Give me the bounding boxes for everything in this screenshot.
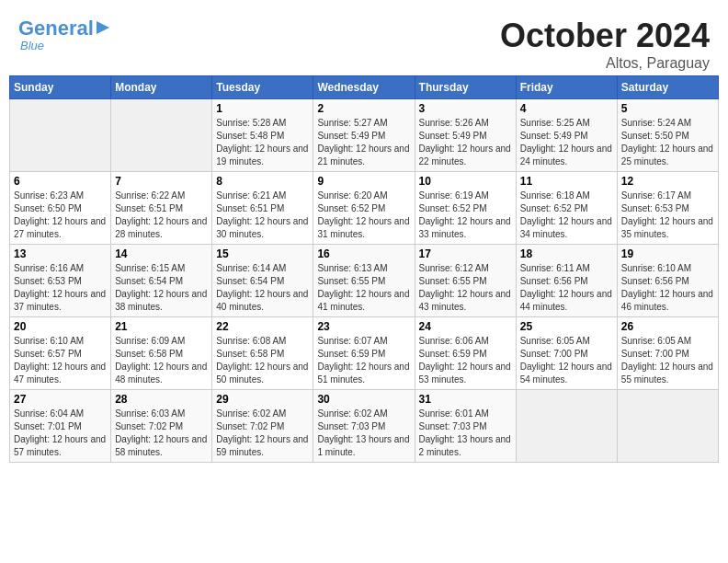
- day-number: 12: [621, 175, 714, 188]
- calendar-day-cell: 21Sunrise: 6:09 AM Sunset: 6:58 PM Dayli…: [111, 317, 212, 390]
- day-info: Sunrise: 6:23 AM Sunset: 6:50 PM Dayligh…: [14, 190, 107, 241]
- day-info: Sunrise: 6:08 AM Sunset: 6:58 PM Dayligh…: [216, 335, 309, 386]
- day-info: Sunrise: 6:05 AM Sunset: 7:00 PM Dayligh…: [621, 335, 714, 386]
- calendar-day-cell: [10, 99, 111, 172]
- calendar-day-cell: 19Sunrise: 6:10 AM Sunset: 6:56 PM Dayli…: [617, 245, 718, 317]
- calendar-week-4: 20Sunrise: 6:10 AM Sunset: 6:57 PM Dayli…: [10, 317, 719, 390]
- title-block: October 2024 Altos, Paraguay: [500, 17, 710, 72]
- day-info: Sunrise: 6:22 AM Sunset: 6:51 PM Dayligh…: [115, 190, 208, 241]
- day-number: 20: [14, 320, 107, 333]
- day-number: 23: [317, 320, 410, 333]
- day-number: 18: [520, 247, 613, 260]
- logo: General▶ Blue: [18, 17, 111, 52]
- calendar-day-cell: 8Sunrise: 6:21 AM Sunset: 6:51 PM Daylig…: [212, 172, 313, 245]
- weekday-header-tuesday: Tuesday: [212, 76, 313, 99]
- day-info: Sunrise: 6:03 AM Sunset: 7:02 PM Dayligh…: [115, 408, 208, 459]
- calendar-day-cell: 18Sunrise: 6:11 AM Sunset: 6:56 PM Dayli…: [516, 245, 617, 317]
- calendar-day-cell: 5Sunrise: 5:24 AM Sunset: 5:50 PM Daylig…: [617, 99, 718, 172]
- calendar-day-cell: 26Sunrise: 6:05 AM Sunset: 7:00 PM Dayli…: [617, 317, 718, 390]
- day-info: Sunrise: 5:25 AM Sunset: 5:49 PM Dayligh…: [520, 117, 613, 168]
- calendar-day-cell: 23Sunrise: 6:07 AM Sunset: 6:59 PM Dayli…: [313, 317, 415, 390]
- day-number: 22: [216, 320, 309, 333]
- calendar-day-cell: 14Sunrise: 6:15 AM Sunset: 6:54 PM Dayli…: [111, 245, 212, 317]
- logo-arrow-icon: [95, 19, 111, 36]
- day-number: 27: [14, 393, 107, 406]
- day-info: Sunrise: 6:12 AM Sunset: 6:55 PM Dayligh…: [419, 262, 512, 314]
- day-number: 8: [216, 175, 309, 188]
- calendar-day-cell: 3Sunrise: 5:26 AM Sunset: 5:49 PM Daylig…: [415, 99, 516, 172]
- day-number: 14: [115, 247, 208, 260]
- calendar-day-cell: 24Sunrise: 6:06 AM Sunset: 6:59 PM Dayli…: [415, 317, 516, 390]
- day-number: 13: [14, 247, 107, 260]
- calendar-day-cell: 31Sunrise: 6:01 AM Sunset: 7:03 PM Dayli…: [415, 390, 516, 463]
- day-info: Sunrise: 6:17 AM Sunset: 6:53 PM Dayligh…: [621, 190, 714, 241]
- calendar-day-cell: 2Sunrise: 5:27 AM Sunset: 5:49 PM Daylig…: [313, 99, 415, 172]
- day-info: Sunrise: 6:11 AM Sunset: 6:56 PM Dayligh…: [520, 262, 613, 314]
- calendar-day-cell: 29Sunrise: 6:02 AM Sunset: 7:02 PM Dayli…: [212, 390, 313, 463]
- weekday-header-row: SundayMondayTuesdayWednesdayThursdayFrid…: [10, 76, 719, 99]
- calendar-day-cell: [111, 99, 212, 172]
- day-info: Sunrise: 6:07 AM Sunset: 6:59 PM Dayligh…: [317, 335, 410, 386]
- calendar-day-cell: 28Sunrise: 6:03 AM Sunset: 7:02 PM Dayli…: [111, 390, 212, 463]
- calendar-week-3: 13Sunrise: 6:16 AM Sunset: 6:53 PM Dayli…: [10, 245, 719, 317]
- day-number: 6: [14, 175, 107, 188]
- location: Altos, Paraguay: [500, 55, 710, 72]
- day-number: 21: [115, 320, 208, 333]
- calendar-week-1: 1Sunrise: 5:28 AM Sunset: 5:48 PM Daylig…: [10, 99, 719, 172]
- day-number: 19: [621, 247, 714, 260]
- day-info: Sunrise: 6:15 AM Sunset: 6:54 PM Dayligh…: [115, 262, 208, 314]
- calendar-day-cell: 10Sunrise: 6:19 AM Sunset: 6:52 PM Dayli…: [415, 172, 516, 245]
- day-info: Sunrise: 6:16 AM Sunset: 6:53 PM Dayligh…: [14, 262, 107, 314]
- day-number: 31: [419, 393, 512, 406]
- day-info: Sunrise: 6:06 AM Sunset: 6:59 PM Dayligh…: [419, 335, 512, 386]
- day-number: 10: [419, 175, 512, 188]
- day-number: 16: [317, 247, 410, 260]
- calendar-day-cell: 15Sunrise: 6:14 AM Sunset: 6:54 PM Dayli…: [212, 245, 313, 317]
- day-number: 1: [216, 102, 309, 115]
- calendar-day-cell: [516, 390, 617, 463]
- logo-text: General▶: [18, 17, 94, 40]
- calendar-day-cell: 11Sunrise: 6:18 AM Sunset: 6:52 PM Dayli…: [516, 172, 617, 245]
- day-number: 25: [520, 320, 613, 333]
- month-title: October 2024: [500, 17, 710, 55]
- day-number: 17: [419, 247, 512, 260]
- weekday-header-thursday: Thursday: [415, 76, 516, 99]
- weekday-header-saturday: Saturday: [617, 76, 718, 99]
- day-number: 24: [419, 320, 512, 333]
- weekday-header-friday: Friday: [516, 76, 617, 99]
- day-number: 4: [520, 102, 613, 115]
- calendar-day-cell: 12Sunrise: 6:17 AM Sunset: 6:53 PM Dayli…: [617, 172, 718, 245]
- weekday-header-monday: Monday: [111, 76, 212, 99]
- day-info: Sunrise: 6:02 AM Sunset: 7:02 PM Dayligh…: [216, 408, 309, 459]
- day-info: Sunrise: 6:10 AM Sunset: 6:56 PM Dayligh…: [621, 262, 714, 314]
- calendar-day-cell: 30Sunrise: 6:02 AM Sunset: 7:03 PM Dayli…: [313, 390, 415, 463]
- calendar-day-cell: 6Sunrise: 6:23 AM Sunset: 6:50 PM Daylig…: [10, 172, 111, 245]
- day-info: Sunrise: 6:09 AM Sunset: 6:58 PM Dayligh…: [115, 335, 208, 386]
- day-number: 5: [621, 102, 714, 115]
- day-info: Sunrise: 5:26 AM Sunset: 5:49 PM Dayligh…: [419, 117, 512, 168]
- calendar-day-cell: 22Sunrise: 6:08 AM Sunset: 6:58 PM Dayli…: [212, 317, 313, 390]
- day-number: 11: [520, 175, 613, 188]
- calendar-table: SundayMondayTuesdayWednesdayThursdayFrid…: [9, 75, 719, 463]
- day-number: 7: [115, 175, 208, 188]
- calendar-day-cell: 27Sunrise: 6:04 AM Sunset: 7:01 PM Dayli…: [10, 390, 111, 463]
- calendar-week-2: 6Sunrise: 6:23 AM Sunset: 6:50 PM Daylig…: [10, 172, 719, 245]
- day-info: Sunrise: 6:20 AM Sunset: 6:52 PM Dayligh…: [317, 190, 410, 241]
- day-info: Sunrise: 6:02 AM Sunset: 7:03 PM Dayligh…: [317, 408, 410, 459]
- day-info: Sunrise: 6:04 AM Sunset: 7:01 PM Dayligh…: [14, 408, 107, 459]
- day-info: Sunrise: 5:28 AM Sunset: 5:48 PM Dayligh…: [216, 117, 309, 168]
- day-info: Sunrise: 5:24 AM Sunset: 5:50 PM Dayligh…: [621, 117, 714, 168]
- day-number: 26: [621, 320, 714, 333]
- calendar-week-5: 27Sunrise: 6:04 AM Sunset: 7:01 PM Dayli…: [10, 390, 719, 463]
- day-info: Sunrise: 6:05 AM Sunset: 7:00 PM Dayligh…: [520, 335, 613, 386]
- day-info: Sunrise: 6:01 AM Sunset: 7:03 PM Dayligh…: [419, 408, 512, 459]
- calendar-day-cell: 25Sunrise: 6:05 AM Sunset: 7:00 PM Dayli…: [516, 317, 617, 390]
- calendar-day-cell: 7Sunrise: 6:22 AM Sunset: 6:51 PM Daylig…: [111, 172, 212, 245]
- day-info: Sunrise: 5:27 AM Sunset: 5:49 PM Dayligh…: [317, 117, 410, 168]
- weekday-header-wednesday: Wednesday: [313, 76, 415, 99]
- day-info: Sunrise: 6:13 AM Sunset: 6:55 PM Dayligh…: [317, 262, 410, 314]
- day-number: 15: [216, 247, 309, 260]
- day-info: Sunrise: 6:21 AM Sunset: 6:51 PM Dayligh…: [216, 190, 309, 241]
- day-number: 2: [317, 102, 410, 115]
- calendar-day-cell: 4Sunrise: 5:25 AM Sunset: 5:49 PM Daylig…: [516, 99, 617, 172]
